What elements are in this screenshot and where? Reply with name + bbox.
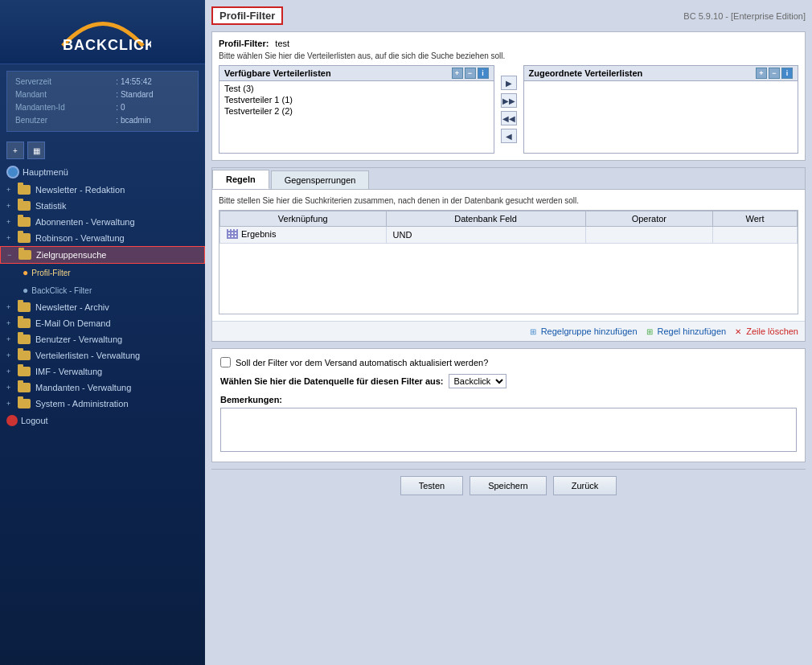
regelgruppe-hinzufuegen-link[interactable]: ⊞ Regelgruppe hinzufügen [527,326,638,337]
sidebar-item-benutzer-verwaltung-label: Benutzer - Verwaltung [35,335,122,344]
folder-icon [18,367,31,376]
ergebnis-value-cell: UND [386,227,585,244]
main-content: Profil-Filter BC 5.9.10 - [Enterprise Ed… [205,0,812,665]
expand-icon: + [6,384,14,392]
available-header: Verfügbare Verteilerlisten + − i [219,65,494,81]
list-item[interactable]: Testverteiler 1 (1) [221,94,492,105]
sidebar-item-newsletter-redaktion[interactable]: + Newsletter - Redaktion [0,182,205,198]
auto-update-checkbox[interactable] [220,357,231,367]
checkbox-row: Soll der Filter vor dem Versand automati… [220,357,797,367]
tabs-row: Regeln Gegensperrungen [212,168,805,190]
profil-filter-panel: Profil-Filter: test Bitte wählen Sie hie… [211,31,806,161]
sidebar-item-newsletter-archiv-label: Newsletter - Archiv [35,302,109,312]
tab-regeln[interactable]: Regeln [212,170,269,189]
list-item[interactable]: Testverteiler 2 (2) [221,105,492,117]
arrow-right-button[interactable]: ▶ [501,76,517,90]
sidebar-item-profil-filter-label: Profil-Filter [31,269,70,277]
remarks-label: Bemerkungen: [220,395,797,404]
sidebar-item-verteilerlisten-verwaltung-label: Verteilerlisten - Verwaltung [35,351,140,360]
vl-header-icons: + − i [756,68,793,79]
vl-header-icons: + − i [452,68,489,79]
sidebar-item-zielgruppensuche[interactable]: − Zielgruppensuche [0,246,205,264]
sidebar-item-system-administration-label: System - Administration [35,399,129,408]
sidebar-item-backclick-filter[interactable]: ● BackClick - Filter [0,281,205,299]
vl-minus-button[interactable]: − [465,68,476,79]
expand-icon: + [6,218,14,226]
toolbar-plus-button[interactable]: + [6,142,24,159]
expand-icon: + [6,351,14,359]
mandant-value: : Standard [114,88,191,101]
expand-icon: + [6,319,14,327]
version-text: BC 5.9.10 - [Enterprise Edition] [683,11,806,21]
sidebar-item-imf-verwaltung[interactable]: + IMF - Verwaltung [0,363,205,380]
verteilerlisten-row: Verfügbare Verteilerlisten + − i Test (3… [219,65,798,154]
sidebar-item-imf-verwaltung-label: IMF - Verwaltung [35,367,102,376]
sidebar-item-mandanten-verwaltung[interactable]: + Mandanten - Verwaltung [0,380,205,396]
sidebar-item-email-on-demand-label: E-Mail On Demand [35,318,111,328]
benutzer-value: : bcadmin [114,114,191,127]
serverzeit-label: Serverzeit [14,76,114,88]
ergebnis-cell: Ergebnis [220,227,387,244]
expand-icon: + [6,202,14,210]
regelgruppe-icon: ⊞ [527,326,539,337]
mandanten-id-label: Mandanten-Id [14,101,114,114]
source-row: Wählen Sie hier die Datenquelle für dies… [220,374,797,388]
vl-arrows: ▶ ▶▶ ◀◀ ◀ [498,65,520,154]
sidebar-item-statistik[interactable]: + Statistik [0,198,205,214]
assigned-section: Zugeordnete Verteilerlisten + − i [523,65,799,154]
testen-button[interactable]: Testen [400,476,463,495]
sidebar-item-abonnenten-verwaltung[interactable]: + Abonnenten - Verwaltung [0,214,205,230]
profil-filter-value: test [275,39,289,48]
mandanten-id-value: : 0 [114,101,191,114]
assigned-list [523,81,799,154]
sidebar-item-robinson-verwaltung[interactable]: + Robinson - Verwaltung [0,230,205,246]
folder-icon [18,335,31,344]
arrow-double-right-button[interactable]: ▶▶ [501,93,517,108]
vl-minus-button[interactable]: − [769,68,780,79]
options-panel: Soll der Filter vor dem Versand automati… [211,348,806,462]
regel-hinzufuegen-link[interactable]: ⊞ Regel hinzufügen [644,326,727,337]
sidebar-item-profil-filter[interactable]: ● Profil-Filter [0,264,205,281]
available-label: Verfügbare Verteilerlisten [224,68,331,78]
vl-plus-button[interactable]: + [756,68,767,79]
vl-plus-button[interactable]: + [452,68,463,79]
sidebar-item-logout[interactable]: Logout [0,412,205,429]
sidebar-item-hauptmenu-label: Hauptmenü [23,167,68,177]
available-list: Test (3) Testverteiler 1 (1) Testverteil… [219,81,494,154]
vl-info-button[interactable]: i [478,68,489,79]
ergebnis-wert-cell [713,227,798,244]
list-item[interactable]: Test (3) [221,83,492,94]
arrow-double-left-button[interactable]: ◀◀ [501,111,517,125]
source-select[interactable]: Backclick [449,374,506,388]
vl-info-button[interactable]: i [781,68,793,79]
sidebar-item-benutzer-verwaltung[interactable]: + Benutzer - Verwaltung [0,331,205,347]
sidebar-item-hauptmenu[interactable]: Hauptmenü [0,162,205,182]
toolbar-grid-button[interactable]: ▦ [27,142,45,159]
zeile-loeschen-link[interactable]: ✕ Zeile löschen [732,326,798,337]
speichern-button[interactable]: Speichern [470,476,547,495]
server-info-box: Serverzeit : 14:55:42 Mandant : Standard… [0,64,205,138]
sidebar-item-email-on-demand[interactable]: + E-Mail On Demand [0,315,205,331]
ergebnis-label: Ergebnis [241,229,276,239]
folder-icon [18,318,31,328]
expand-icon: + [6,367,14,376]
sidebar-item-newsletter-archiv[interactable]: + Newsletter - Archiv [0,299,205,315]
profil-filter-label: Profil-Filter: [219,39,269,48]
col-operator-header: Operator [585,211,712,227]
auto-update-label: Soll der Filter vor dem Versand automati… [236,358,488,367]
grid-icon [227,229,238,239]
sidebar-item-logout-label: Logout [21,416,48,425]
arrow-left-button[interactable]: ◀ [501,129,517,143]
folder-icon [18,250,31,260]
sidebar-item-system-administration[interactable]: + System - Administration [0,396,205,412]
col-wert-header: Wert [713,211,798,227]
rules-content: Bitte stellen Sie hier die Suchkriterien… [212,190,805,321]
benutzer-label: Benutzer [14,114,114,127]
remarks-textarea[interactable] [220,408,797,452]
panel-title-row: Profil-Filter: test [219,39,798,48]
sidebar-item-verteilerlisten-verwaltung[interactable]: + Verteilerlisten - Verwaltung [0,347,205,363]
sidebar-item-robinson-verwaltung-label: Robinson - Verwaltung [35,233,125,243]
tab-gegensperrungen[interactable]: Gegensperrungen [271,170,370,189]
zurueck-button[interactable]: Zurück [553,476,617,495]
sidebar-item-statistik-label: Statistik [35,201,67,211]
